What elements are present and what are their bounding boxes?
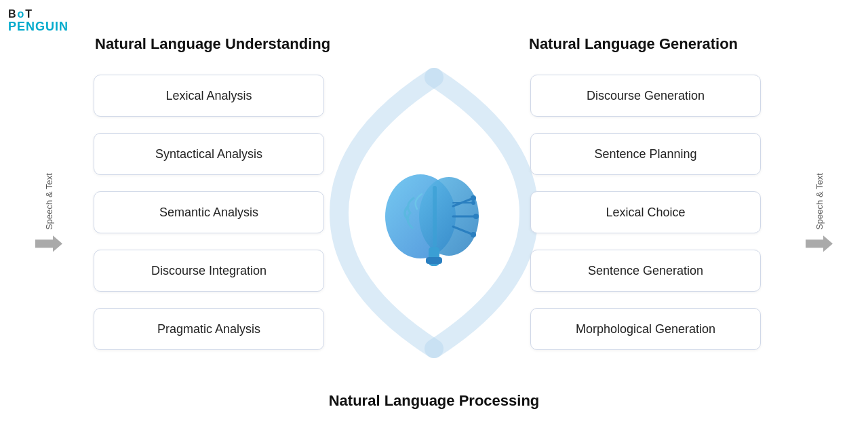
left-arrow-label: Speech & Text <box>44 173 54 230</box>
svg-rect-14 <box>426 257 442 264</box>
right-arrow: Speech & Text <box>806 173 833 253</box>
box-semantic-analysis: Semantic Analysis <box>94 191 324 233</box>
right-arrow-label: Speech & Text <box>814 173 825 230</box>
svg-point-12 <box>471 201 475 205</box>
svg-marker-1 <box>806 235 833 252</box>
brain-icon <box>373 152 495 274</box>
box-morphological-generation: Morphological Generation <box>530 308 761 350</box>
left-arrow: Speech & Text <box>35 173 62 253</box>
box-syntactical-analysis: Syntactical Analysis <box>94 133 324 175</box>
nlp-title: Natural Language Processing <box>329 392 540 410</box>
box-sentence-generation: Sentence Generation <box>530 250 761 292</box>
box-pragmatic-analysis: Pragmatic Analysis <box>94 308 324 350</box>
svg-rect-4 <box>433 186 437 247</box>
right-arrow-icon <box>806 234 833 253</box>
svg-marker-0 <box>35 235 62 252</box>
logo: BoT PENGUIN <box>8 8 68 33</box>
logo-bot: BoT <box>8 8 68 20</box>
box-lexical-choice: Lexical Choice <box>530 191 761 233</box>
box-lexical-analysis: Lexical Analysis <box>94 75 324 117</box>
svg-point-9 <box>471 195 476 201</box>
box-discourse-generation: Discourse Generation <box>530 75 761 117</box>
left-arrow-icon <box>35 234 62 253</box>
svg-point-10 <box>473 214 479 219</box>
box-discourse-integration: Discourse Integration <box>94 250 324 292</box>
nlu-title: Natural Language Understanding <box>95 35 330 53</box>
logo-penguin: PENGUIN <box>8 20 68 34</box>
svg-point-11 <box>471 232 476 237</box>
nlg-title: Natural Language Generation <box>529 35 738 53</box>
box-sentence-planning: Sentence Planning <box>530 133 761 175</box>
